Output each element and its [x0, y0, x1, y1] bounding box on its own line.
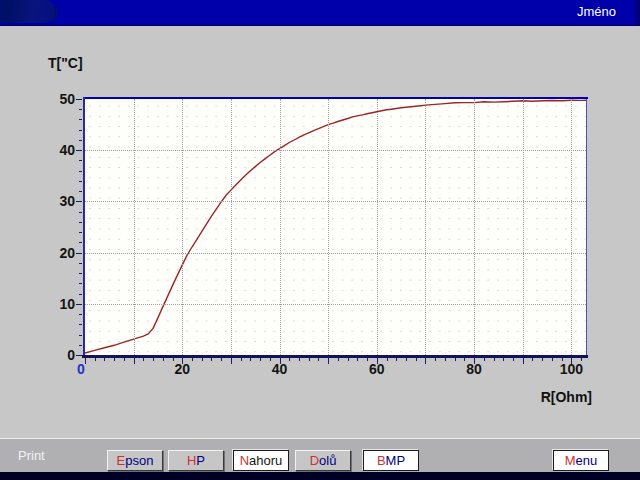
plot-border-top [83, 97, 588, 99]
gridline-vertical [134, 99, 135, 355]
x-axis-tick [95, 358, 96, 361]
x-axis-tick [221, 358, 222, 361]
y-axis-tick [79, 232, 82, 233]
x-axis-tick [464, 358, 465, 361]
x-axis-tick [153, 358, 154, 361]
titlebar-logo-blob [0, 0, 55, 23]
x-axis-tick [416, 358, 417, 361]
y-axis-tick [76, 304, 82, 305]
y-axis-tick [79, 283, 82, 284]
print-label: Print [18, 448, 45, 463]
x-axis-tick [494, 358, 495, 361]
x-axis-tick [435, 358, 436, 361]
x-axis-tick [328, 358, 329, 364]
x-axis-tick [134, 358, 135, 364]
y-axis-tick [79, 140, 82, 141]
y-axis-tick [79, 130, 82, 131]
chart-workspace: T["C] 20406080100504030201000 R[Ohm] [0, 26, 640, 438]
nahoru-button-label: ahoru [249, 453, 282, 468]
window-title: Jméno [577, 4, 616, 19]
x-axis-tick [85, 358, 86, 364]
x-axis-tick [348, 358, 349, 361]
x-axis-tick [523, 358, 524, 364]
y-axis-tick [79, 294, 82, 295]
x-axis-tick [357, 358, 358, 361]
app-window: Jméno T["C] 20406080100504030201000 R[Oh… [0, 0, 640, 480]
x-axis-tick [143, 358, 144, 361]
gridline-vertical [523, 99, 524, 355]
bmp-button-label: MP [386, 453, 406, 468]
x-axis-tick [202, 358, 203, 361]
x-tick-label: 40 [272, 361, 288, 377]
x-axis-tick [124, 358, 125, 361]
x-axis-tick [396, 358, 397, 361]
x-axis-tick [241, 358, 242, 361]
y-axis-tick [79, 324, 82, 325]
y-axis-tick [76, 355, 82, 356]
dolu-button[interactable]: Dolů [295, 450, 351, 471]
gridline-vertical [425, 99, 426, 355]
gridline-vertical [377, 99, 378, 355]
epson-button[interactable]: Epson [107, 450, 163, 471]
x-origin-label: 0 [77, 361, 85, 377]
y-tick-label: 20 [37, 245, 75, 261]
hp-button-label: P [196, 453, 205, 468]
menu-button[interactable]: Menu [553, 450, 609, 471]
x-axis-tick [406, 358, 407, 361]
y-tick-label: 0 [37, 347, 75, 363]
x-axis-tick [542, 358, 543, 361]
x-axis-tick [367, 358, 368, 361]
nahoru-button-hotkey: N [240, 453, 249, 468]
x-axis-tick [270, 358, 271, 361]
y-axis-tick [79, 191, 82, 192]
x-axis-tick [532, 358, 533, 361]
y-axis-tick [79, 160, 82, 161]
y-axis-tick [76, 150, 82, 151]
gridline-horizontal [85, 304, 586, 305]
y-axis-tick [76, 201, 82, 202]
bottom-strip [0, 472, 640, 480]
x-axis-tick [192, 358, 193, 361]
y-tick-label: 10 [37, 296, 75, 312]
x-axis-tick [163, 358, 164, 361]
hp-button-hotkey: H [187, 453, 196, 468]
gridline-horizontal [85, 253, 586, 254]
x-axis-tick [425, 358, 426, 364]
menu-button-hotkey: M [565, 453, 576, 468]
gridline-vertical [231, 99, 232, 355]
y-axis-tick [79, 263, 82, 264]
y-axis-tick [76, 99, 82, 100]
x-axis-tick [445, 358, 446, 361]
y-tick-label: 40 [37, 142, 75, 158]
y-axis-tick [79, 273, 82, 274]
x-axis-tick [289, 358, 290, 361]
titlebar-edge-shade [635, 0, 640, 25]
x-axis-tick [455, 358, 456, 361]
epson-button-hotkey: E [117, 453, 126, 468]
y-axis-tick [79, 242, 82, 243]
y-axis-tick [79, 212, 82, 213]
x-axis-tick [338, 358, 339, 361]
x-axis-tick [484, 358, 485, 361]
y-tick-label: 30 [37, 193, 75, 209]
y-axis-tick [76, 253, 82, 254]
dolu-button-hotkey: D [310, 453, 319, 468]
x-axis-tick [299, 358, 300, 361]
menu-button-label: enu [576, 453, 598, 468]
hp-button[interactable]: HP [168, 450, 224, 471]
epson-button-label: pson [125, 453, 153, 468]
y-axis-title: T["C] [48, 55, 83, 71]
y-axis-tick [79, 181, 82, 182]
bmp-button[interactable]: BMP [363, 450, 419, 471]
gridline-horizontal [85, 201, 586, 202]
nahoru-button[interactable]: Nahoru [233, 450, 289, 471]
y-tick-label: 50 [37, 91, 75, 107]
statusbar: Print Epson HP Nahoru Dolů BMP Menu [0, 439, 640, 472]
x-tick-label: 60 [369, 361, 385, 377]
y-axis-tick [79, 109, 82, 110]
x-axis-tick [250, 358, 251, 361]
x-axis-tick [104, 358, 105, 361]
gridline-vertical [280, 99, 281, 355]
titlebar: Jméno [0, 0, 640, 26]
x-axis-title: R[Ohm] [430, 389, 592, 405]
